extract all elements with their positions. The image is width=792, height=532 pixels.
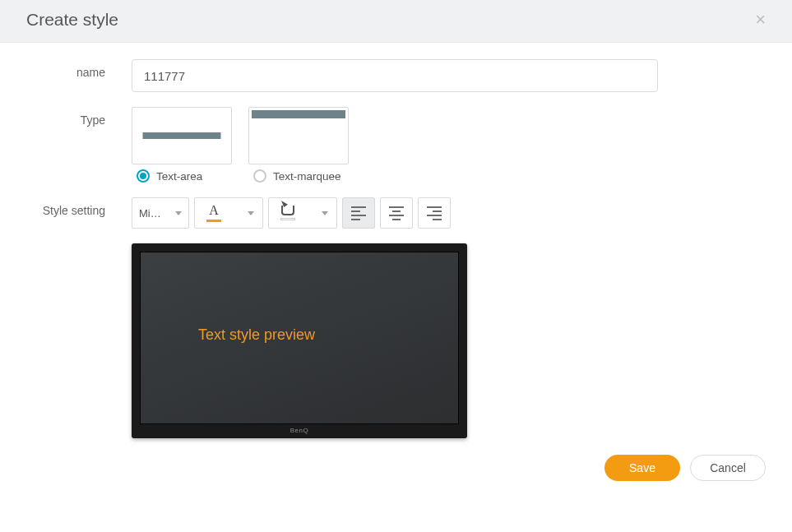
align-center-button[interactable] <box>380 197 413 229</box>
monitor-brand-label: BenQ <box>140 424 459 435</box>
row-type: Type Text-area <box>26 107 766 183</box>
monitor-frame: Text style preview BenQ <box>132 243 467 438</box>
radio-icon[interactable] <box>253 169 266 183</box>
name-input[interactable] <box>132 59 658 92</box>
radio-row-text-marquee[interactable]: Text-marquee <box>253 169 349 183</box>
text-marquee-thumb-icon <box>248 107 349 164</box>
text-color-picker[interactable]: A <box>194 197 263 229</box>
row-style-setting: Style setting Mi… A <box>26 197 766 438</box>
cancel-button[interactable]: Cancel <box>690 455 766 481</box>
modal-title: Create style <box>26 10 118 30</box>
align-right-icon <box>427 206 442 220</box>
type-options: Text-area Text-marquee <box>132 107 349 183</box>
modal-body: name Type Text-area <box>0 43 792 446</box>
fill-color-picker[interactable] <box>268 197 337 229</box>
radio-selected-icon[interactable] <box>137 169 150 183</box>
type-option-label: Text-marquee <box>273 170 341 183</box>
close-icon[interactable]: × <box>755 11 766 29</box>
create-style-modal: Create style × name Type T <box>0 0 792 497</box>
type-option-label: Text-area <box>156 170 202 183</box>
chevron-down-icon <box>322 211 328 215</box>
radio-row-text-area[interactable]: Text-area <box>137 169 232 183</box>
align-left-button[interactable] <box>342 197 375 229</box>
align-center-icon <box>389 206 404 220</box>
align-right-button[interactable] <box>418 197 451 229</box>
font-family-value: Mi… <box>139 207 161 220</box>
type-label: Type <box>26 107 132 127</box>
chevron-down-icon <box>248 211 254 215</box>
text-area-thumb-icon <box>132 107 232 164</box>
preview-text: Text style preview <box>198 326 315 344</box>
fill-color-icon <box>280 206 295 220</box>
row-name: name <box>26 59 766 92</box>
style-setting-label: Style setting <box>26 197 132 217</box>
align-left-icon <box>351 206 366 220</box>
preview-area: Text style preview BenQ <box>132 243 467 438</box>
modal-footer: Save Cancel <box>0 446 792 497</box>
font-family-select[interactable]: Mi… <box>132 197 189 229</box>
save-button[interactable]: Save <box>604 455 680 481</box>
style-toolbar: Mi… A <box>132 197 467 229</box>
type-option-text-area[interactable]: Text-area <box>132 107 232 183</box>
chevron-down-icon <box>175 211 182 215</box>
text-color-icon: A <box>206 204 221 222</box>
preview-screen: Text style preview <box>140 252 459 424</box>
type-option-text-marquee[interactable]: Text-marquee <box>248 107 349 183</box>
name-label: name <box>26 59 132 79</box>
modal-header: Create style × <box>0 0 792 43</box>
